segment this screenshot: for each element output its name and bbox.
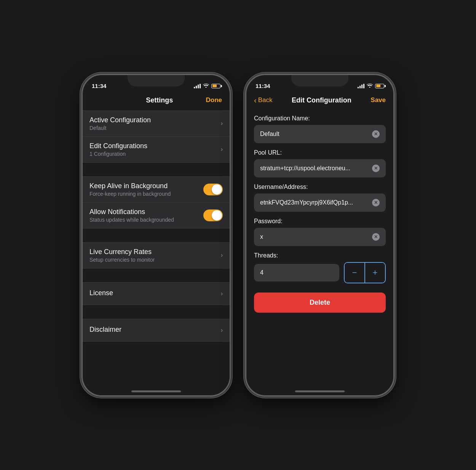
settings-section-disclaimer: Disclaimer › <box>83 319 230 342</box>
license-item[interactable]: License › <box>83 282 230 305</box>
settings-list: Active Configuration Default › Edit Conf… <box>83 109 230 345</box>
signal-icon <box>194 84 201 88</box>
delete-button-label: Delete <box>310 299 330 306</box>
password-clear[interactable]: ✕ <box>372 233 380 241</box>
settings-section-config: Active Configuration Default › Edit Conf… <box>83 110 230 163</box>
spacer-1 <box>83 166 230 176</box>
status-time: 11:34 <box>92 83 106 89</box>
keep-alive-item[interactable]: Keep Alive in Background Force-keep runn… <box>83 176 230 203</box>
delete-button[interactable]: Delete <box>254 293 386 313</box>
battery-icon-2 <box>375 84 384 88</box>
settings-section-currency: Live Currency Rates Setup currencies to … <box>83 242 230 269</box>
home-indicator-2 <box>295 390 345 392</box>
phone-settings: 11:34 <box>82 74 230 396</box>
status-time-2: 11:34 <box>256 83 270 89</box>
back-label: Back <box>258 96 273 104</box>
save-button[interactable]: Save <box>371 96 386 104</box>
wifi-icon-2 <box>367 83 373 89</box>
chevron-right-icon-3: › <box>221 252 223 259</box>
power-button-2 <box>393 151 394 185</box>
edit-config-subtitle: 1 Configuration <box>89 151 221 157</box>
username-label: Username/Address: <box>254 184 386 190</box>
pool-url-clear[interactable]: ✕ <box>372 165 380 172</box>
power-button <box>230 151 230 185</box>
chevron-right-icon-4: › <box>221 290 223 297</box>
config-name-label: Configuration Name: <box>254 115 386 122</box>
chevron-right-icon-5: › <box>221 327 223 334</box>
config-name-value: Default <box>260 131 372 137</box>
config-name-field[interactable]: Default ✕ <box>254 125 386 143</box>
edit-config-nav-title: Edit Configuration <box>292 96 351 104</box>
threads-row: 4 − + <box>254 262 386 283</box>
config-name-clear[interactable]: ✕ <box>372 130 380 138</box>
allow-notifications-item[interactable]: Allow Notifications Status updates while… <box>83 203 230 229</box>
chevron-left-icon: ‹ <box>254 96 257 104</box>
threads-value: 4 <box>260 269 264 276</box>
username-field[interactable]: etnkFVQd23mYpcyrpj9X6ifQp1p... ✕ <box>254 193 386 212</box>
signal-icon-2 <box>358 84 364 88</box>
password-field[interactable]: x ✕ <box>254 228 386 246</box>
back-button[interactable]: ‹ Back <box>254 96 272 104</box>
pool-url-field[interactable]: stratum+tcp://uspool.electroneu... ✕ <box>254 159 386 177</box>
edit-config-content: Configuration Name: Default ✕ Pool URL: … <box>246 109 393 317</box>
edit-config-nav-bar: ‹ Back Edit Configuration Save <box>246 93 393 109</box>
disclaimer-item[interactable]: Disclaimer › <box>83 319 230 342</box>
disclaimer-title: Disclaimer <box>89 326 221 334</box>
password-value: x <box>260 233 372 240</box>
status-icons <box>194 83 220 89</box>
notifications-title: Allow Notifications <box>89 208 203 216</box>
spacer-3 <box>83 272 230 282</box>
license-title: License <box>89 289 221 297</box>
threads-field[interactable]: 4 <box>254 264 339 281</box>
settings-screen: 11:34 <box>83 75 230 395</box>
currency-title: Live Currency Rates <box>89 248 221 256</box>
toggle-thumb-2 <box>212 210 222 221</box>
keep-alive-subtitle: Force-keep running in background <box>89 191 203 197</box>
threads-controls: − + <box>344 262 386 283</box>
settings-nav-bar: Settings Done <box>83 93 230 109</box>
wifi-icon <box>203 83 209 89</box>
active-configuration-item[interactable]: Active Configuration Default › <box>83 110 230 137</box>
notifications-toggle[interactable] <box>203 209 223 221</box>
spacer-2 <box>83 232 230 242</box>
spacer-4 <box>83 308 230 319</box>
keep-alive-title: Keep Alive in Background <box>89 182 203 190</box>
done-button[interactable]: Done <box>206 96 222 104</box>
pool-url-label: Pool URL: <box>254 149 386 156</box>
pool-url-value: stratum+tcp://uspool.electroneu... <box>260 165 372 172</box>
edit-config-screen: 11:34 <box>246 75 393 395</box>
notifications-subtitle: Status updates while backgrounded <box>89 217 203 223</box>
username-value: etnkFVQd23mYpcyrpj9X6ifQp1p... <box>260 199 372 206</box>
toggle-thumb-1 <box>212 184 222 195</box>
home-indicator <box>131 390 181 392</box>
chevron-right-icon-2: › <box>221 146 223 153</box>
decrement-button[interactable]: − <box>345 263 364 283</box>
settings-nav-title: Settings <box>146 96 173 104</box>
increment-button[interactable]: + <box>365 263 385 283</box>
password-label: Password: <box>254 218 386 225</box>
battery-fill <box>212 85 217 87</box>
notch <box>128 75 185 86</box>
battery-fill-2 <box>376 85 380 87</box>
active-config-subtitle: Default <box>89 125 221 131</box>
keep-alive-toggle[interactable] <box>203 184 223 195</box>
phone-edit-config: 11:34 <box>246 74 394 396</box>
threads-label: Threads: <box>254 252 386 259</box>
settings-section-background: Keep Alive in Background Force-keep runn… <box>83 176 230 229</box>
status-icons-2 <box>358 83 384 89</box>
settings-section-legal: License › <box>83 282 230 305</box>
live-currency-item[interactable]: Live Currency Rates Setup currencies to … <box>83 242 230 269</box>
power-button-wrapper-2 <box>393 151 394 185</box>
notch-2 <box>291 75 348 86</box>
chevron-right-icon: › <box>221 120 223 127</box>
active-config-title: Active Configuration <box>89 116 221 124</box>
battery-icon <box>211 84 220 88</box>
edit-config-title: Edit Configurations <box>89 142 221 150</box>
edit-configurations-item[interactable]: Edit Configurations 1 Configuration › <box>83 137 230 163</box>
power-button-wrapper <box>230 151 230 185</box>
username-clear[interactable]: ✕ <box>372 199 380 206</box>
currency-subtitle: Setup currencies to monitor <box>89 257 221 263</box>
